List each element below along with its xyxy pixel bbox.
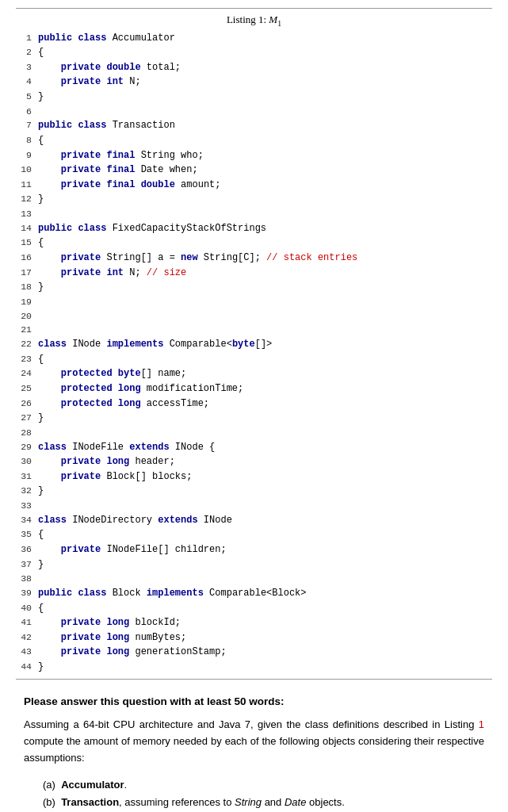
line-number: 8: [16, 133, 38, 147]
keyword: implements: [106, 339, 163, 350]
code-line: 19: [16, 295, 492, 309]
code-line: 13: [16, 207, 492, 221]
line-number: 40: [16, 601, 38, 615]
keyword: class: [38, 442, 67, 453]
line-number: 34: [16, 513, 38, 527]
code-line: 18}: [16, 280, 492, 295]
line-number: 28: [16, 426, 38, 440]
line-number: 2: [16, 45, 38, 59]
keyword: new: [181, 252, 198, 263]
code-line: 5}: [16, 90, 492, 105]
line-number: 10: [16, 163, 38, 177]
keyword: private: [61, 267, 101, 278]
code-line: 35{: [16, 527, 492, 542]
listing-title: Listing 1: M1: [16, 8, 492, 28]
line-number: 14: [16, 221, 38, 236]
keyword: long: [118, 383, 141, 394]
keyword: private: [61, 632, 101, 643]
part-b-term: Transaction: [61, 796, 119, 808]
line-number: 12: [16, 192, 38, 206]
keyword: protected: [61, 368, 113, 379]
line-content: public class Accumulator: [38, 31, 492, 46]
line-number: 19: [16, 295, 38, 309]
line-number: 9: [16, 148, 38, 163]
line-number: 13: [16, 207, 38, 221]
line-content: private double total;: [38, 60, 492, 75]
code-line: 22class INode implements Comparable<byte…: [16, 337, 492, 352]
code-line: 2{: [16, 45, 492, 60]
keyword: private: [61, 617, 101, 628]
keyword: final: [106, 179, 135, 190]
line-number: 11: [16, 178, 38, 192]
code-line: 16 private String[] a = new String[C]; /…: [16, 251, 492, 266]
keyword: public: [38, 223, 72, 234]
code-line: 39public class Block implements Comparab…: [16, 586, 492, 601]
line-content: private long blockId;: [38, 615, 492, 630]
line-number: 25: [16, 381, 38, 396]
code-line: 24 protected byte[] name;: [16, 366, 492, 381]
code-line: 9 private final String who;: [16, 148, 492, 163]
code-line: 34class INodeDirectory extends INode: [16, 513, 492, 528]
line-number: 21: [16, 323, 38, 337]
code-line: 32}: [16, 484, 492, 499]
code-line: 11 private final double amount;: [16, 178, 492, 193]
code-line: 21: [16, 323, 492, 337]
line-number: 26: [16, 396, 38, 411]
question-parts: (a) Accumulator. (b) Transaction, assumi…: [43, 776, 484, 811]
line-number: 43: [16, 645, 38, 659]
keyword: extends: [129, 442, 169, 453]
line-content: {: [38, 133, 492, 148]
code-line: 41 private long blockId;: [16, 615, 492, 630]
keyword: long: [106, 646, 129, 657]
part-b-rest: , assuming references to String and Date…: [119, 796, 345, 808]
code-line: 12}: [16, 192, 492, 207]
comment: // stack entries: [266, 252, 357, 263]
code-line: 8{: [16, 133, 492, 148]
line-content: {: [38, 601, 492, 616]
part-b-label: (b): [43, 796, 59, 808]
line-content: {: [38, 236, 492, 251]
code-line: 36 private INodeFile[] children;: [16, 542, 492, 557]
code-line: 26 protected long accessTime;: [16, 396, 492, 412]
keyword: class: [78, 223, 106, 234]
date-ref: Date: [285, 796, 306, 808]
code-line: 38: [16, 572, 492, 586]
line-number: 7: [16, 118, 38, 132]
code-line: 25 protected long modificationTime;: [16, 381, 492, 396]
line-number: 29: [16, 440, 38, 454]
line-number: 15: [16, 236, 38, 250]
line-number: 4: [16, 75, 38, 89]
code-block: 1public class Accumulator2{3 private dou…: [16, 31, 492, 680]
keyword: final: [106, 150, 135, 161]
line-content: public class Block implements Comparable…: [38, 586, 492, 601]
line-content: protected long modificationTime;: [38, 381, 492, 396]
keyword: private: [61, 76, 101, 87]
keyword: protected: [61, 383, 113, 394]
keyword: class: [78, 33, 106, 44]
keyword: implements: [147, 588, 204, 599]
keyword: extends: [158, 515, 197, 526]
line-content: {: [38, 45, 492, 60]
keyword: byte: [118, 368, 141, 379]
line-number: 38: [16, 572, 38, 586]
keyword: int: [106, 76, 124, 87]
line-content: }: [38, 192, 492, 207]
line-number: 32: [16, 484, 38, 498]
question-body: Assuming a 64-bit CPU architecture and J…: [24, 717, 484, 766]
line-content: class INode implements Comparable<byte[]…: [38, 337, 492, 352]
line-content: }: [38, 484, 492, 499]
keyword: private: [61, 471, 101, 482]
code-line: 1public class Accumulator: [16, 31, 492, 46]
code-line: 20: [16, 309, 492, 324]
code-line: 10 private final Date when;: [16, 163, 492, 178]
line-number: 6: [16, 105, 38, 119]
line-number: 20: [16, 309, 38, 324]
code-line: 17 private int N; // size: [16, 266, 492, 281]
code-line: 15{: [16, 236, 492, 251]
line-content: private int N; // size: [38, 266, 492, 281]
keyword: private: [61, 544, 101, 555]
line-content: protected long accessTime;: [38, 396, 492, 412]
line-content: private long generationStamp;: [38, 645, 492, 660]
line-content: }: [38, 660, 492, 675]
code-line: 3 private double total;: [16, 60, 492, 75]
